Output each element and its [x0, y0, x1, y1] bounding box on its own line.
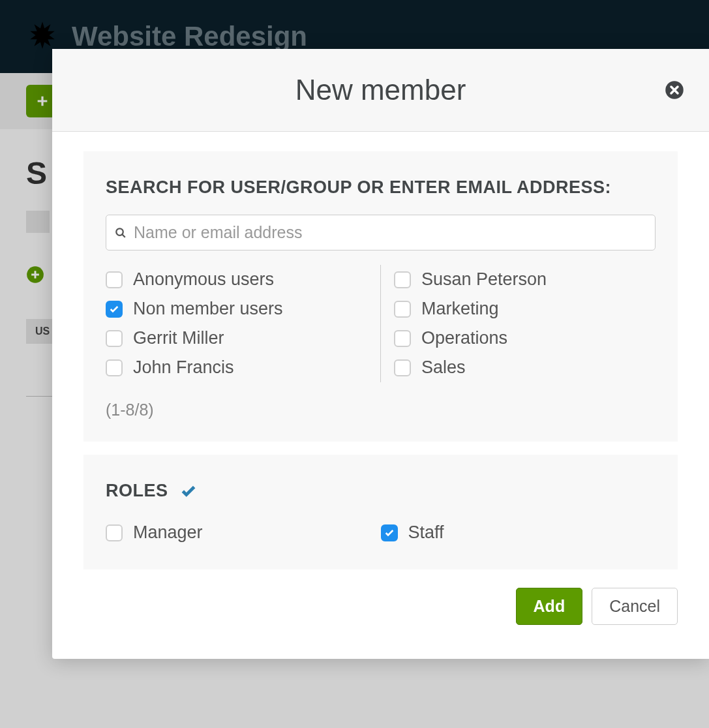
modal-footer: Add Cancel — [83, 583, 678, 633]
search-label: SEARCH FOR USER/GROUP OR ENTER EMAIL ADD… — [106, 177, 656, 198]
role-label: Manager — [133, 523, 203, 543]
checkbox[interactable] — [394, 359, 411, 376]
checkbox[interactable] — [394, 271, 411, 288]
checkbox[interactable] — [394, 330, 411, 347]
result-count: (1-8/8) — [106, 401, 656, 419]
roles-list: Manager Staff — [106, 518, 656, 547]
user-label: Anonymous users — [133, 269, 274, 290]
user-item-susan[interactable]: Susan Peterson — [394, 265, 656, 294]
cancel-button[interactable]: Cancel — [592, 588, 678, 625]
user-column-right: Susan Peterson Marketing Operations Sale… — [381, 265, 656, 382]
svg-point-2 — [116, 228, 123, 235]
user-item-anonymous[interactable]: Anonymous users — [106, 265, 367, 294]
user-label: Susan Peterson — [421, 269, 547, 290]
checkbox[interactable] — [394, 301, 411, 318]
user-label: John Francis — [133, 357, 234, 378]
modal-header: New member — [52, 49, 709, 132]
checkbox[interactable] — [106, 301, 123, 318]
role-item-staff[interactable]: Staff — [381, 518, 656, 547]
modal-body: SEARCH FOR USER/GROUP OR ENTER EMAIL ADD… — [52, 132, 709, 659]
user-label: Marketing — [421, 299, 499, 319]
modal-title: New member — [78, 74, 683, 106]
user-item-gerrit[interactable]: Gerrit Miller — [106, 324, 367, 353]
check-icon — [180, 483, 197, 500]
user-item-john[interactable]: John Francis — [106, 353, 367, 382]
search-section: SEARCH FOR USER/GROUP OR ENTER EMAIL ADD… — [83, 151, 678, 442]
checkbox[interactable] — [381, 524, 398, 541]
checkbox[interactable] — [106, 524, 123, 541]
close-icon[interactable] — [665, 80, 684, 100]
user-item-sales[interactable]: Sales — [394, 353, 656, 382]
search-input[interactable] — [106, 215, 656, 250]
user-label: Non member users — [133, 299, 283, 319]
user-list: Anonymous users Non member users Gerrit … — [106, 265, 656, 382]
new-member-modal: New member SEARCH FOR USER/GROUP OR ENTE… — [52, 49, 709, 659]
roles-label-text: ROLES — [106, 481, 168, 501]
role-label: Staff — [408, 523, 444, 543]
role-item-manager[interactable]: Manager — [106, 518, 381, 547]
checkbox[interactable] — [106, 359, 123, 376]
user-column-left: Anonymous users Non member users Gerrit … — [106, 265, 381, 382]
checkbox[interactable] — [106, 330, 123, 347]
user-item-operations[interactable]: Operations — [394, 324, 656, 353]
user-item-marketing[interactable]: Marketing — [394, 294, 656, 324]
roles-section: ROLES Manager Staff — [83, 455, 678, 569]
search-icon — [115, 227, 127, 239]
user-label: Sales — [421, 357, 466, 378]
user-label: Gerrit Miller — [133, 328, 224, 348]
checkbox[interactable] — [106, 271, 123, 288]
add-button[interactable]: Add — [516, 588, 583, 625]
search-wrap — [106, 215, 656, 250]
roles-label: ROLES — [106, 481, 656, 501]
user-label: Operations — [421, 328, 507, 348]
user-item-nonmember[interactable]: Non member users — [106, 294, 367, 324]
